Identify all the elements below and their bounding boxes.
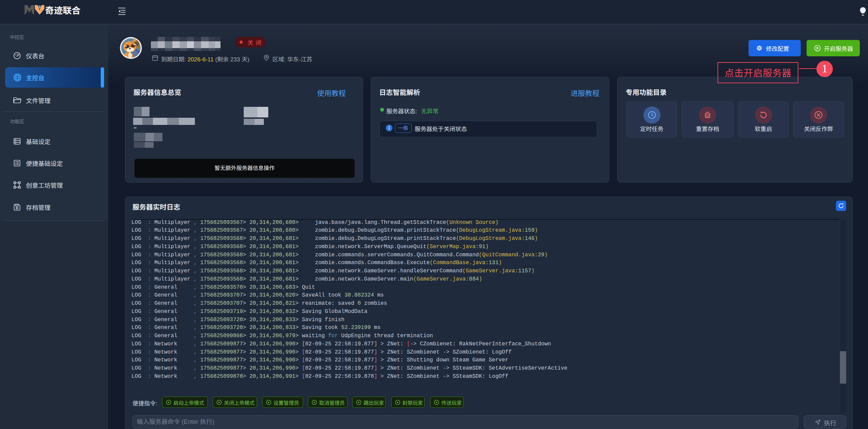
svg-text:奇迹联合: 奇迹联合 <box>45 4 81 15</box>
